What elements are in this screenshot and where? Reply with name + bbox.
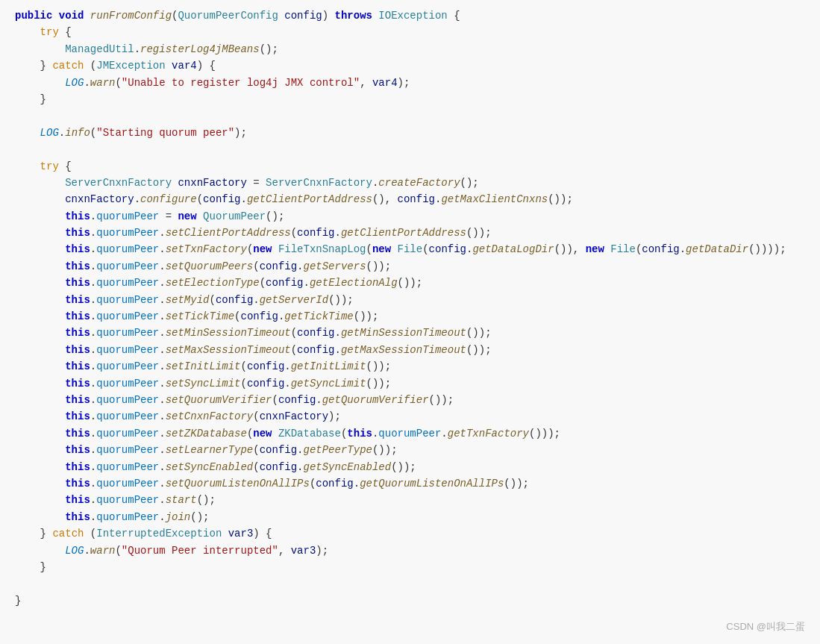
code-line-16: this.quorumPeer.setQuorumPeers(config.ge… — [0, 258, 820, 275]
code-line-6: } — [0, 91, 820, 107]
code-line-20: this.quorumPeer.setMinSessionTimeout(con… — [0, 325, 820, 341]
code-line-8: LOG.info("Starting quorum peer"); — [0, 125, 820, 141]
code-line-18: this.quorumPeer.setMyid(config.getServer… — [0, 292, 820, 308]
code-line-12: cnxnFactory.configure(config.getClientPo… — [0, 191, 820, 207]
code-line-3: ManagedUtil.registerLog4jMBeans(); — [0, 41, 820, 57]
code-line-25: this.quorumPeer.setCnxnFactory(cnxnFacto… — [0, 408, 820, 425]
watermark: CSDN @叫我二蛋 — [726, 619, 805, 635]
code-line-33: LOG.warn("Quorum Peer interrupted", var3… — [0, 543, 820, 559]
code-line-11: ServerCnxnFactory cnxnFactory = ServerCn… — [0, 175, 820, 191]
code-viewer: public void runFromConfig(QuorumPeerConf… — [0, 0, 820, 644]
code-line-27: this.quorumPeer.setLearnerType(config.ge… — [0, 442, 820, 458]
code-line-26: this.quorumPeer.setZKDatabase(new ZKData… — [0, 425, 820, 442]
code-line-34: } — [0, 559, 820, 575]
code-line-7 — [0, 107, 820, 124]
code-line-32: } catch (InterruptedException var3) { — [0, 525, 820, 542]
code-line-14: this.quorumPeer.setClientPortAddress(con… — [0, 225, 820, 241]
code-line-35 — [0, 575, 820, 592]
code-line-4: } catch (JMException var4) { — [0, 57, 820, 74]
code-line-2: try { — [0, 24, 820, 40]
code-line-15: this.quorumPeer.setTxnFactory(new FileTx… — [0, 241, 820, 257]
code-line-10: try { — [0, 158, 820, 175]
code-line-13: this.quorumPeer = new QuorumPeer(); — [0, 208, 820, 225]
code-line-23: this.quorumPeer.setSyncLimit(config.getS… — [0, 375, 820, 392]
code-line-22: this.quorumPeer.setInitLimit(config.getI… — [0, 358, 820, 375]
code-line-17: this.quorumPeer.setElectionType(config.g… — [0, 275, 820, 291]
code-line-21: this.quorumPeer.setMaxSessionTimeout(con… — [0, 342, 820, 358]
code-line-24: this.quorumPeer.setQuorumVerifier(config… — [0, 392, 820, 408]
code-line-36: } — [0, 593, 820, 609]
code-line-1: public void runFromConfig(QuorumPeerConf… — [0, 7, 820, 24]
code-line-5: LOG.warn("Unable to register log4j JMX c… — [0, 75, 820, 91]
code-line-28: this.quorumPeer.setSyncEnabled(config.ge… — [0, 459, 820, 475]
code-line-19: this.quorumPeer.setTickTime(config.getTi… — [0, 308, 820, 325]
code-line-29: this.quorumPeer.setQuorumListenOnAllIPs(… — [0, 475, 820, 492]
code-line-31: this.quorumPeer.join(); — [0, 509, 820, 525]
code-line-9 — [0, 141, 820, 157]
code-line-30: this.quorumPeer.start(); — [0, 492, 820, 508]
